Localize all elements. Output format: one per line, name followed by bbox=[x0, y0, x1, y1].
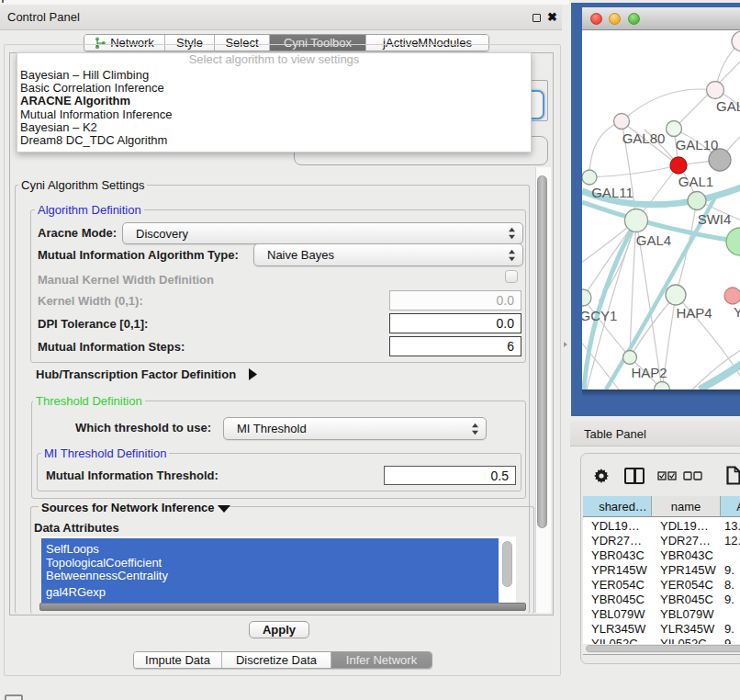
svg-text:Y: Y bbox=[734, 304, 740, 320]
svg-text:SWI4: SWI4 bbox=[698, 211, 732, 227]
svg-text:GCY1: GCY1 bbox=[582, 308, 617, 323]
svg-text:GAL10: GAL10 bbox=[676, 137, 719, 152]
svg-text:GAL7: GAL7 bbox=[716, 98, 740, 114]
svg-text:GAL80: GAL80 bbox=[622, 130, 666, 146]
svg-text:GAL4: GAL4 bbox=[636, 232, 671, 248]
svg-text:GAL1: GAL1 bbox=[678, 174, 713, 189]
svg-text:HAP4: HAP4 bbox=[676, 305, 712, 321]
svg-text:GAL11: GAL11 bbox=[591, 185, 633, 200]
svg-text:HAP2: HAP2 bbox=[631, 365, 667, 380]
